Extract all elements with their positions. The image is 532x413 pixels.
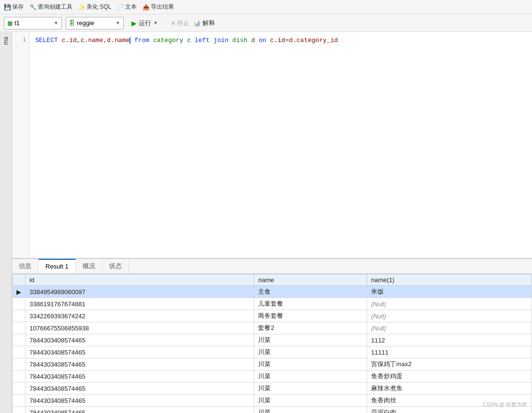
col-header-id[interactable]: id bbox=[26, 274, 254, 286]
row-indicator bbox=[13, 298, 26, 310]
table-cell: 7844303408574465 bbox=[26, 346, 254, 358]
table-cell: 1112 bbox=[367, 334, 532, 346]
row-indicator bbox=[13, 346, 26, 358]
result-tabs: 信息 Result 1 概况 状态 bbox=[12, 259, 532, 274]
table-cell: (Null) bbox=[367, 322, 532, 334]
col-header-name[interactable]: name bbox=[254, 274, 367, 286]
table-cell: 套餐2 bbox=[254, 322, 367, 334]
data-table-wrap[interactable]: id name name(1) ▶3384954989060097主食米饭338… bbox=[12, 274, 532, 413]
query-builder-icon: 🔧 bbox=[29, 4, 36, 11]
db-selector[interactable]: 🗄 reggie ▼ bbox=[66, 17, 124, 29]
save-button[interactable]: 💾 保存 bbox=[4, 3, 24, 11]
table-body: ▶3384954989060097主食米饭3386191767674881儿童套… bbox=[13, 286, 532, 413]
table-cell: 川菜 bbox=[254, 358, 367, 370]
row-indicator: ▶ bbox=[13, 286, 26, 298]
row-indicator bbox=[13, 407, 26, 413]
table-cell: 宫保鸡丁max2 bbox=[367, 358, 532, 370]
table-cell: 商务套餐 bbox=[254, 310, 367, 322]
table-cell: 儿童套餐 bbox=[254, 298, 367, 310]
table-row[interactable]: 7844303408574465川菜1112 bbox=[13, 334, 532, 346]
text-button[interactable]: 📄 文本 bbox=[117, 3, 137, 11]
table-row[interactable]: 7844303408574465川菜鱼香炒鸡蛋 bbox=[13, 370, 532, 383]
table-cell: 7844303408574465 bbox=[26, 383, 254, 395]
row-indicator bbox=[13, 322, 26, 334]
stop-icon: ■ bbox=[172, 19, 175, 27]
table-cell: 米饭 bbox=[367, 286, 532, 298]
row-indicator bbox=[13, 334, 26, 346]
row-indicator bbox=[13, 383, 26, 395]
row-indicator bbox=[13, 370, 26, 383]
result-table: id name name(1) ▶3384954989060097主食米饭338… bbox=[12, 274, 532, 413]
text-icon: 📄 bbox=[117, 4, 124, 11]
table-row[interactable]: 7844303408574465川菜麻辣水煮鱼 bbox=[13, 383, 532, 395]
table-row[interactable]: 7844303408574465川菜宫保鸡丁max2 bbox=[13, 358, 532, 370]
table-icon: ▦ bbox=[7, 20, 13, 27]
table-cell: 川菜 bbox=[254, 346, 367, 358]
col-header-name1[interactable]: name(1) bbox=[367, 274, 532, 286]
tab-status[interactable]: 状态 bbox=[102, 259, 129, 273]
tab-overview[interactable]: 概况 bbox=[76, 259, 102, 273]
play-icon: ▶ bbox=[131, 19, 137, 27]
explain-icon: 📊 bbox=[193, 20, 201, 27]
table-cell: (Null) bbox=[367, 310, 532, 322]
table-cell: (Null) bbox=[367, 298, 532, 310]
export-icon: 📤 bbox=[143, 4, 149, 11]
run-label: 运行 bbox=[139, 19, 151, 28]
table-row[interactable]: 7844303408574465川菜蒜泥白肉 bbox=[13, 407, 532, 413]
table-cell: 川菜 bbox=[254, 383, 367, 395]
row-indicator bbox=[13, 310, 26, 322]
table-row[interactable]: 7844303408574465川菜11111 bbox=[13, 346, 532, 358]
editor-results: 1 SELECT c.id,c.name,d.name from categor… bbox=[12, 32, 532, 413]
watermark: CSDN @·化繁为简 bbox=[483, 401, 527, 408]
table-cell: 11111 bbox=[367, 346, 532, 358]
left-sidebar: ma bbox=[0, 32, 12, 413]
table-header: id name name(1) bbox=[13, 274, 532, 286]
db-select-arrow: ▼ bbox=[115, 20, 120, 26]
table-cell: 7844303408574465 bbox=[26, 334, 254, 346]
table-row[interactable]: 7844303408574465川菜鱼香肉丝 bbox=[13, 395, 532, 407]
table-cell: 3386191767674881 bbox=[26, 298, 254, 310]
row-indicator-header bbox=[13, 274, 26, 286]
line-numbers: 1 bbox=[12, 32, 29, 258]
connection-bar: ▦ t1 ▼ 🗄 reggie ▼ ▶ 运行 ▼ · ■ 停止 📊 解释 bbox=[0, 14, 532, 32]
table-row[interactable]: ▶3384954989060097主食米饭 bbox=[13, 286, 532, 298]
table-cell: 麻辣水煮鱼 bbox=[367, 383, 532, 395]
row-indicator bbox=[13, 395, 26, 407]
table-cell: 3342269393674242 bbox=[26, 310, 254, 322]
table-row[interactable]: 3342269393674242商务套餐(Null) bbox=[13, 310, 532, 322]
table-cell: 鱼香炒鸡蛋 bbox=[367, 370, 532, 383]
result-panel: 信息 Result 1 概况 状态 id name name(1) bbox=[12, 259, 532, 413]
explain-label: 解释 bbox=[202, 19, 215, 28]
table-cell: 川菜 bbox=[254, 407, 367, 413]
table-cell: 7844303408574465 bbox=[26, 395, 254, 407]
table-row[interactable]: 3386191767674881儿童套餐(Null) bbox=[13, 298, 532, 310]
sidebar-label: ma bbox=[2, 37, 9, 45]
tab-result1[interactable]: Result 1 bbox=[39, 259, 76, 273]
query-builder-button[interactable]: 🔧 查询创建工具 bbox=[29, 3, 72, 11]
beautify-sql-button[interactable]: ✨ 美化 SQL bbox=[78, 3, 111, 11]
table-selector[interactable]: ▦ t1 ▼ bbox=[4, 17, 62, 29]
table-cell: 川菜 bbox=[254, 334, 367, 346]
table-cell: 3384954989060097 bbox=[26, 286, 254, 298]
save-icon: 💾 bbox=[4, 4, 11, 11]
table-select-value: t1 bbox=[14, 19, 20, 27]
table-row[interactable]: 10766675506855938套餐2(Null) bbox=[13, 322, 532, 334]
sql-editor[interactable]: 1 SELECT c.id,c.name,d.name from categor… bbox=[12, 32, 532, 259]
row-indicator bbox=[13, 358, 26, 370]
editor-text[interactable]: SELECT c.id,c.name,d.name from category … bbox=[29, 32, 532, 258]
explain-button[interactable]: 📊 解释 bbox=[193, 19, 215, 28]
run-dropdown-arrow: ▼ bbox=[153, 20, 158, 26]
db-select-value: reggie bbox=[77, 19, 94, 27]
table-cell: 10766675506855938 bbox=[26, 322, 254, 334]
table-cell: 7844303408574465 bbox=[26, 370, 254, 383]
beautify-icon: ✨ bbox=[78, 4, 85, 11]
run-button[interactable]: ▶ 运行 ▼ bbox=[128, 18, 162, 28]
table-cell: 川菜 bbox=[254, 370, 367, 383]
line-number-1: 1 bbox=[15, 36, 26, 43]
export-button[interactable]: 📤 导出结果 bbox=[143, 3, 174, 11]
separator-1: · bbox=[166, 19, 168, 27]
db-icon: 🗄 bbox=[69, 20, 75, 27]
tab-info[interactable]: 信息 bbox=[12, 259, 39, 273]
stop-button[interactable]: ■ 停止 bbox=[172, 19, 190, 28]
table-cell: 7844303408574465 bbox=[26, 358, 254, 370]
